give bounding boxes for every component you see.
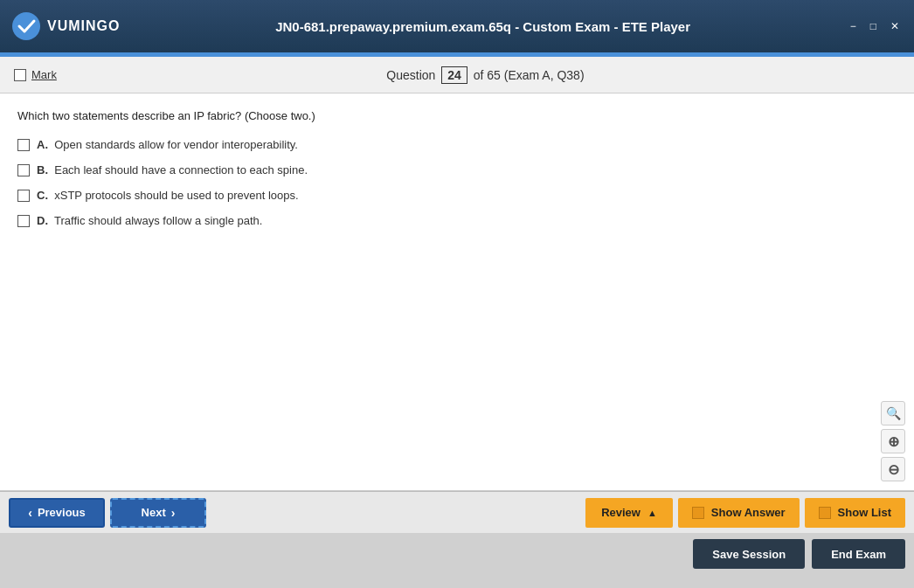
logo-text: VUMINGO: [47, 18, 120, 34]
zoom-in-icon: ⊕: [888, 433, 899, 450]
zoom-out-button[interactable]: ⊖: [881, 457, 905, 481]
question-label: Question: [386, 68, 435, 82]
question-number-area: Question 24 of 65 (Exam A, Q38): [71, 66, 900, 84]
question-header: Mark Question 24 of 65 (Exam A, Q38): [0, 57, 914, 93]
show-answer-label: Show Answer: [711, 506, 786, 519]
end-exam-button[interactable]: End Exam: [812, 539, 905, 569]
main-content: Which two statements describe an IP fabr…: [0, 93, 914, 491]
close-button[interactable]: ✕: [886, 18, 904, 34]
option-c-checkbox[interactable]: [17, 190, 30, 202]
show-list-button[interactable]: Show List: [805, 498, 905, 528]
bottom-nav: ‹ Previous Next › Review ▲ Show Answer S…: [0, 491, 914, 533]
question-number-badge: 24: [441, 66, 467, 84]
next-button[interactable]: Next ›: [110, 498, 206, 528]
vumingo-logo: [10, 10, 42, 42]
next-chevron-icon: ›: [171, 506, 176, 520]
zoom-out-icon: ⊖: [888, 461, 899, 478]
logo-area: VUMINGO: [10, 10, 120, 42]
show-answer-button[interactable]: Show Answer: [678, 498, 800, 528]
show-list-label: Show List: [838, 506, 891, 519]
search-button[interactable]: 🔍: [881, 401, 905, 425]
window-title: JN0-681.prepaway.premium.exam.65q - Cust…: [120, 19, 845, 34]
zoom-in-button[interactable]: ⊕: [881, 429, 905, 453]
option-b-text: B. Each leaf should have a connection to…: [37, 163, 308, 176]
mark-label[interactable]: Mark: [31, 68, 57, 81]
bottom-action-bar: Save Session End Exam: [0, 533, 914, 575]
review-label: Review: [601, 506, 640, 519]
search-icon: 🔍: [886, 406, 901, 420]
window-controls: − □ ✕: [846, 18, 904, 34]
previous-label: Previous: [38, 506, 86, 519]
show-list-icon: [819, 507, 831, 519]
right-tools: 🔍 ⊕ ⊖: [881, 401, 905, 481]
prev-chevron-icon: ‹: [28, 506, 32, 520]
option-d-text: D. Traffic should always follow a single…: [37, 214, 262, 227]
save-session-button[interactable]: Save Session: [693, 539, 805, 569]
mark-checkbox[interactable]: [14, 69, 26, 81]
option-c-letter: C.: [37, 189, 48, 202]
option-a-text: A. Open standards allow for vendor inter…: [37, 138, 298, 151]
option-c-text: C. xSTP protocols should be used to prev…: [37, 189, 299, 202]
option-b-letter: B.: [37, 163, 48, 176]
next-label: Next: [142, 506, 166, 519]
review-caret-icon: ▲: [647, 508, 657, 518]
option-b-checkbox[interactable]: [17, 164, 30, 176]
svg-point-0: [12, 12, 40, 40]
restore-button[interactable]: □: [866, 18, 881, 34]
mark-area[interactable]: Mark: [14, 68, 57, 81]
previous-button[interactable]: ‹ Previous: [9, 498, 105, 528]
show-answer-icon: [692, 507, 704, 519]
option-a-checkbox[interactable]: [17, 139, 30, 151]
option-d-checkbox[interactable]: [17, 215, 30, 227]
option-d[interactable]: D. Traffic should always follow a single…: [17, 214, 897, 227]
review-button[interactable]: Review ▲: [585, 498, 673, 528]
minimize-button[interactable]: −: [846, 18, 861, 34]
option-a[interactable]: A. Open standards allow for vendor inter…: [17, 138, 897, 151]
option-c[interactable]: C. xSTP protocols should be used to prev…: [17, 189, 897, 202]
option-d-letter: D.: [37, 214, 48, 227]
option-b[interactable]: B. Each leaf should have a connection to…: [17, 163, 897, 176]
question-text: Which two statements describe an IP fabr…: [17, 109, 897, 122]
title-bar: VUMINGO JN0-681.prepaway.premium.exam.65…: [0, 0, 914, 52]
option-a-letter: A.: [37, 138, 48, 151]
question-of-label: of 65 (Exam A, Q38): [474, 68, 585, 82]
